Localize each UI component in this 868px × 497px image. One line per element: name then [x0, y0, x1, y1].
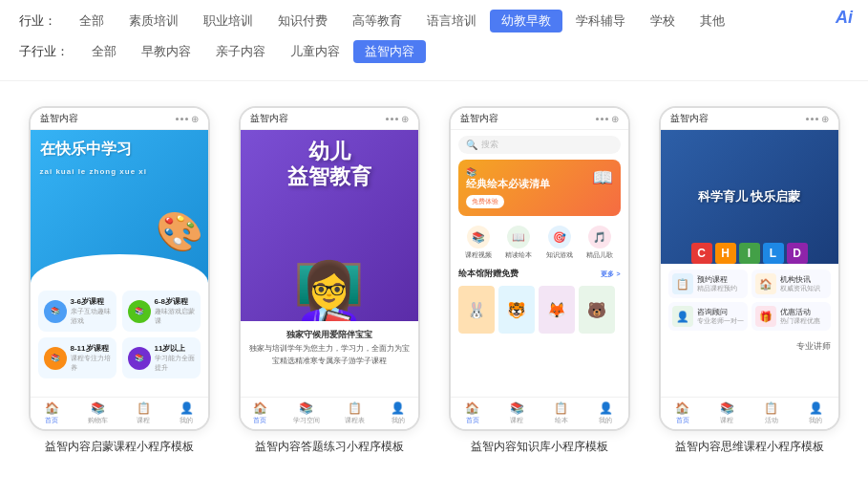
nav-item-1[interactable]: 📚 学习空间: [293, 401, 320, 425]
section-title-text: 绘本馆附赠免费: [458, 268, 519, 280]
dot: [596, 118, 599, 120]
dot-menu: [806, 118, 818, 120]
phone-status-bar: 益智内容 ⊕: [241, 108, 418, 130]
sub-tag-yizhi[interactable]: 益智内容: [353, 40, 426, 63]
nav-item-3[interactable]: 👤 我的: [809, 401, 823, 425]
nav-icon-2: 📋: [764, 401, 778, 415]
course-item-2[interactable]: 📚 8-11岁课程 课程专注力培养: [38, 337, 116, 378]
block-letter: I: [739, 243, 760, 264]
sub-tag-ertong[interactable]: 儿童内容: [279, 40, 351, 63]
industry-tag-gaodeng[interactable]: 高等教育: [341, 10, 413, 32]
industry-tag-youjiao[interactable]: 幼教早教: [490, 10, 562, 32]
nav-icon-3: 👤: [599, 401, 613, 415]
industry-filter-row: 行业： 全部素质培训职业培训知识付费高等教育语言培训幼教早教学科辅导学校其他: [19, 10, 849, 32]
industry-tag-zhiye[interactable]: 职业培训: [192, 10, 265, 32]
menu-item-0[interactable]: 📋 预约课程 精品课程预约: [668, 270, 748, 298]
card-card2[interactable]: 益智内容 ⊕ 幼儿益智教育 👩‍🏫 独家守候用爱陪伴宝宝 独家与培训学年为您主力…: [234, 106, 425, 455]
search-bar[interactable]: 🔍 搜索: [458, 136, 621, 154]
nav-item-0[interactable]: 🏠 首页: [675, 401, 689, 425]
book-item-3[interactable]: 🐻: [579, 286, 615, 334]
block-letter: L: [763, 243, 784, 264]
industry-tag-yuyan[interactable]: 语言培训: [415, 10, 488, 32]
card-label-card3: 益智内容知识库小程序模板: [471, 439, 608, 455]
industry-tag-xueke[interactable]: 学科辅导: [564, 10, 637, 32]
menu-item-1[interactable]: 🏠 机构快讯 权威资讯知识: [752, 270, 831, 298]
card-card3[interactable]: 益智内容 ⊕ 🔍 搜索 📚 经典绘本必读清单 📖 免费体验 📚 课程视频 📖 精…: [444, 106, 635, 455]
category-icon-3[interactable]: 🎵 精品儿歌: [586, 226, 613, 260]
icon-circle: 🎵: [588, 226, 611, 248]
teacher-label: 专业讲师: [661, 336, 838, 357]
books-row: 🐰🐯🦊🐻: [451, 282, 628, 337]
category-icon-0[interactable]: 📚 课程视频: [465, 226, 492, 260]
course-sub: 趣味游戏启蒙课: [155, 307, 195, 326]
menu-item-2[interactable]: 👤 咨询顾问 专业老师一对一: [668, 302, 748, 331]
nav-label-2: 绘本: [555, 416, 568, 425]
nav-icon-1: 📚: [91, 401, 105, 415]
industry-tag-qita[interactable]: 其他: [688, 10, 736, 32]
menu-icon: 📋: [672, 273, 693, 294]
card-card1[interactable]: 益智内容 ⊕ 在快乐中学习 zai kuai le zhong xue xi 🎨…: [24, 106, 215, 455]
course-icon: 📚: [128, 347, 151, 370]
dot: [605, 118, 608, 120]
nav-item-0[interactable]: 🏠 首页: [465, 401, 479, 425]
menu-label: 机构快讯: [780, 275, 820, 285]
nav-item-1[interactable]: 📚 课程: [510, 401, 524, 425]
card-card4[interactable]: 益智内容 ⊕ 科学育儿 快乐启蒙 CHILD 📋 预约课程 精品课程预约 🏠: [654, 106, 845, 455]
sub-tag-qinzi[interactable]: 亲子内容: [204, 40, 277, 63]
nav-item-3[interactable]: 👤 我的: [599, 401, 613, 425]
icon-circle: 🎯: [548, 226, 571, 248]
book-item-0[interactable]: 🐰: [458, 286, 495, 334]
nav-icon-0: 🏠: [253, 401, 267, 415]
icon-label: 知识游戏: [546, 250, 573, 260]
dot: [815, 118, 818, 120]
book-item-2[interactable]: 🦊: [539, 286, 575, 334]
free-trial-btn[interactable]: 免费体验: [466, 195, 504, 208]
course-icon: 📚: [44, 347, 67, 370]
menu-icon: 🎁: [755, 306, 776, 327]
course-item-0[interactable]: 📚 3-6岁课程 亲子互动趣味游戏: [38, 291, 116, 332]
book-item-1[interactable]: 🐯: [498, 286, 535, 334]
category-icons: 📚 课程视频 📖 精读绘本 🎯 知识游戏 🎵 精品儿歌: [451, 220, 628, 266]
nav-item-1[interactable]: 📚 课程: [720, 401, 734, 425]
phone-frame-card3: 益智内容 ⊕ 🔍 搜索 📚 经典绘本必读清单 📖 免费体验 📚 课程视频 📖 精…: [449, 106, 630, 431]
nav-item-2[interactable]: 📋 课程表: [345, 401, 365, 425]
course-text: 11岁以上 学习能力全面提升: [155, 343, 195, 373]
industry-tag-zhishi[interactable]: 知识付费: [266, 10, 339, 32]
course-item-1[interactable]: 📚 6-8岁课程 趣味游戏启蒙课: [122, 291, 201, 332]
nav-item-0[interactable]: 🏠 首页: [253, 401, 267, 425]
promo-banner[interactable]: 📚 经典绘本必读清单 📖 免费体验: [458, 160, 621, 216]
nav-label-0: 首页: [45, 416, 58, 425]
sub-tag-all[interactable]: 全部: [80, 40, 128, 63]
nav-item-3[interactable]: 👤 我的: [391, 401, 405, 425]
nav-label-3: 我的: [599, 416, 612, 425]
menu-grid: 📋 预约课程 精品课程预约 🏠 机构快讯 权威资讯知识 👤 咨询顾问 专业老师一…: [661, 264, 838, 336]
course-item-3[interactable]: 📚 11岁以上 学习能力全面提升: [122, 337, 201, 378]
category-icon-1[interactable]: 📖 精读绘本: [505, 226, 532, 260]
nav-item-1[interactable]: 📚 购物车: [88, 401, 108, 425]
industry-tag-all[interactable]: 全部: [68, 10, 116, 32]
card2-title: 幼儿益智教育: [287, 140, 371, 190]
nav-item-0[interactable]: 🏠 首页: [45, 401, 59, 425]
nav-item-3[interactable]: 👤 我的: [180, 401, 194, 425]
nav-item-2[interactable]: 📋 活动: [764, 401, 778, 425]
industry-tag-xuexiao[interactable]: 学校: [639, 10, 687, 32]
nav-label-3: 我的: [392, 416, 405, 425]
nav-label-0: 首页: [466, 416, 479, 425]
nav-item-2[interactable]: 📋 绘本: [554, 401, 568, 425]
sub-tag-zaojiao[interactable]: 早教内容: [130, 40, 202, 63]
search-placeholder: 搜索: [481, 139, 498, 151]
phone-bottom-nav: 🏠 首页 📚 课程 📋 绘本 👤 我的: [451, 397, 628, 429]
card2-footer: 独家守候用爱陪伴宝宝 独家与培训学年为您主力，学习力，全面力为宝宝精选精准寒专属…: [241, 321, 418, 376]
industry-tag-suzhi[interactable]: 素质培训: [117, 10, 190, 32]
icon-label: 课程视频: [465, 250, 492, 260]
status-icons: ⊕: [596, 114, 619, 124]
nav-label-1: 购物车: [88, 416, 108, 425]
more-link[interactable]: 更多 >: [601, 270, 620, 279]
filter-section: 行业： 全部素质培训职业培训知识付费高等教育语言培训幼教早教学科辅导学校其他 子…: [0, 0, 868, 76]
menu-item-3[interactable]: 🎁 优惠活动 热门课程优惠: [752, 302, 831, 331]
nav-item-2[interactable]: 📋 课程: [137, 401, 151, 425]
phone-title: 益智内容: [250, 112, 288, 125]
child-illustration: 🎨: [156, 209, 203, 254]
category-icon-2[interactable]: 🎯 知识游戏: [546, 226, 573, 260]
nav-label-1: 课程: [510, 416, 523, 425]
